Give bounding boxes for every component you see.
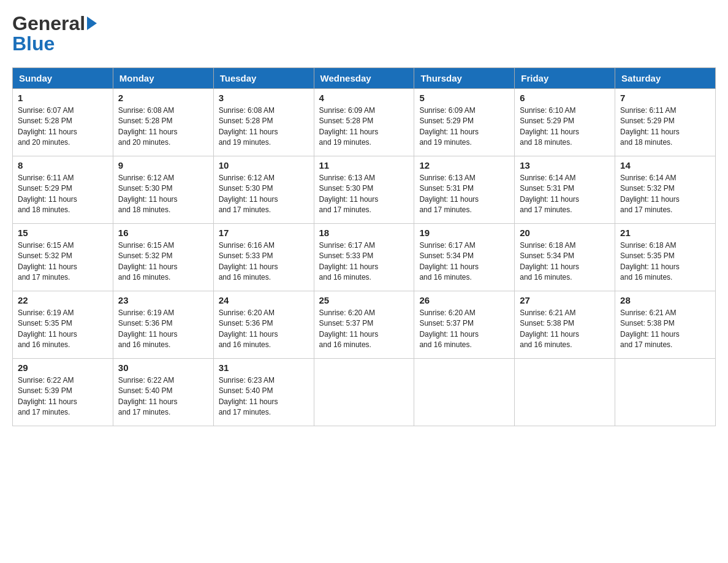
day-number: 28 [620,295,710,305]
day-number: 10 [219,160,309,170]
cell-info: Sunrise: 6:14 AMSunset: 5:32 PMDaylight:… [620,174,680,214]
day-number: 17 [219,228,309,238]
cell-info: Sunrise: 6:23 AMSunset: 5:40 PMDaylight:… [219,376,278,416]
calendar-cell: 1 Sunrise: 6:07 AMSunset: 5:28 PMDayligh… [13,89,113,156]
calendar-cell: 30 Sunrise: 6:22 AMSunset: 5:40 PMDaylig… [113,359,213,426]
cell-info: Sunrise: 6:14 AMSunset: 5:31 PMDaylight:… [520,174,579,214]
calendar-cell: 15 Sunrise: 6:15 AMSunset: 5:32 PMDaylig… [13,224,113,291]
day-number: 3 [219,93,309,103]
cell-info: Sunrise: 6:17 AMSunset: 5:33 PMDaylight:… [319,241,379,282]
calendar-table: SundayMondayTuesdayWednesdayThursdayFrid… [12,67,716,426]
calendar-cell: 6 Sunrise: 6:10 AMSunset: 5:29 PMDayligh… [515,89,615,156]
day-number: 16 [118,228,208,238]
cell-info: Sunrise: 6:11 AMSunset: 5:29 PMDaylight:… [18,174,77,214]
day-number: 21 [620,228,710,238]
calendar-cell: 28 Sunrise: 6:21 AMSunset: 5:38 PMDaylig… [615,291,716,359]
calendar-week-row: 1 Sunrise: 6:07 AMSunset: 5:28 PMDayligh… [13,89,716,156]
cell-info: Sunrise: 6:21 AMSunset: 5:38 PMDaylight:… [520,308,579,349]
cell-info: Sunrise: 6:20 AMSunset: 5:36 PMDaylight:… [219,308,278,349]
cell-info: Sunrise: 6:19 AMSunset: 5:35 PMDaylight:… [18,308,77,349]
calendar-cell: 29 Sunrise: 6:22 AMSunset: 5:39 PMDaylig… [13,359,113,426]
day-number: 14 [620,160,710,170]
cell-info: Sunrise: 6:12 AMSunset: 5:30 PMDaylight:… [118,174,178,214]
cell-info: Sunrise: 6:12 AMSunset: 5:30 PMDaylight:… [219,174,278,214]
calendar-cell: 9 Sunrise: 6:12 AMSunset: 5:30 PMDayligh… [113,156,213,224]
logo: General Blue [12,12,97,55]
day-number: 8 [18,160,108,170]
calendar-cell [515,359,615,426]
cell-info: Sunrise: 6:15 AMSunset: 5:32 PMDaylight:… [118,241,178,282]
calendar-cell: 31 Sunrise: 6:23 AMSunset: 5:40 PMDaylig… [213,359,314,426]
cell-info: Sunrise: 6:17 AMSunset: 5:34 PMDaylight:… [419,241,479,282]
day-number: 5 [419,93,509,103]
cell-info: Sunrise: 6:16 AMSunset: 5:33 PMDaylight:… [219,241,278,282]
cell-info: Sunrise: 6:15 AMSunset: 5:32 PMDaylight:… [18,241,77,282]
cell-info: Sunrise: 6:07 AMSunset: 5:28 PMDaylight:… [18,106,77,147]
calendar-cell: 2 Sunrise: 6:08 AMSunset: 5:28 PMDayligh… [113,89,213,156]
cell-info: Sunrise: 6:22 AMSunset: 5:39 PMDaylight:… [18,376,77,416]
day-number: 30 [118,362,208,373]
calendar-cell: 4 Sunrise: 6:09 AMSunset: 5:28 PMDayligh… [314,89,414,156]
cell-info: Sunrise: 6:20 AMSunset: 5:37 PMDaylight:… [319,308,379,349]
calendar-cell: 21 Sunrise: 6:18 AMSunset: 5:35 PMDaylig… [615,224,716,291]
day-number: 11 [319,160,409,170]
day-number: 1 [18,93,108,103]
logo-line1: General [12,12,97,35]
cell-info: Sunrise: 6:13 AMSunset: 5:30 PMDaylight:… [319,174,379,214]
weekday-header-saturday: Saturday [615,68,716,89]
day-number: 15 [18,228,108,238]
calendar-cell: 26 Sunrise: 6:20 AMSunset: 5:37 PMDaylig… [414,291,515,359]
calendar-cell: 23 Sunrise: 6:19 AMSunset: 5:36 PMDaylig… [113,291,213,359]
day-number: 24 [219,295,309,305]
day-number: 31 [219,362,309,373]
cell-info: Sunrise: 6:08 AMSunset: 5:28 PMDaylight:… [118,106,178,147]
cell-info: Sunrise: 6:21 AMSunset: 5:38 PMDaylight:… [620,308,680,349]
weekday-header-sunday: Sunday [13,68,113,89]
weekday-header-row: SundayMondayTuesdayWednesdayThursdayFrid… [13,68,716,89]
day-number: 4 [319,93,409,103]
cell-info: Sunrise: 6:19 AMSunset: 5:36 PMDaylight:… [118,308,178,349]
day-number: 26 [419,295,509,305]
calendar-cell: 17 Sunrise: 6:16 AMSunset: 5:33 PMDaylig… [213,224,314,291]
calendar-cell: 12 Sunrise: 6:13 AMSunset: 5:31 PMDaylig… [414,156,515,224]
weekday-header-wednesday: Wednesday [314,68,414,89]
calendar-cell [615,359,716,426]
day-number: 29 [18,362,108,373]
calendar-cell: 27 Sunrise: 6:21 AMSunset: 5:38 PMDaylig… [515,291,615,359]
weekday-header-thursday: Thursday [414,68,515,89]
day-number: 12 [419,160,509,170]
calendar-cell: 14 Sunrise: 6:14 AMSunset: 5:32 PMDaylig… [615,156,716,224]
day-number: 27 [520,295,610,305]
weekday-header-friday: Friday [515,68,615,89]
calendar-cell: 3 Sunrise: 6:08 AMSunset: 5:28 PMDayligh… [213,89,314,156]
calendar-cell: 8 Sunrise: 6:11 AMSunset: 5:29 PMDayligh… [13,156,113,224]
calendar-cell: 5 Sunrise: 6:09 AMSunset: 5:29 PMDayligh… [414,89,515,156]
cell-info: Sunrise: 6:20 AMSunset: 5:37 PMDaylight:… [419,308,479,349]
calendar-week-row: 22 Sunrise: 6:19 AMSunset: 5:35 PMDaylig… [13,291,716,359]
calendar-cell: 18 Sunrise: 6:17 AMSunset: 5:33 PMDaylig… [314,224,414,291]
day-number: 6 [520,93,610,103]
day-number: 22 [18,295,108,305]
calendar-cell: 10 Sunrise: 6:12 AMSunset: 5:30 PMDaylig… [213,156,314,224]
calendar-cell: 11 Sunrise: 6:13 AMSunset: 5:30 PMDaylig… [314,156,414,224]
calendar-cell [314,359,414,426]
day-number: 2 [118,93,208,103]
calendar-cell: 25 Sunrise: 6:20 AMSunset: 5:37 PMDaylig… [314,291,414,359]
cell-info: Sunrise: 6:22 AMSunset: 5:40 PMDaylight:… [118,376,178,416]
page-header: General Blue [12,12,716,55]
cell-info: Sunrise: 6:11 AMSunset: 5:29 PMDaylight:… [620,106,680,147]
cell-info: Sunrise: 6:09 AMSunset: 5:28 PMDaylight:… [319,106,379,147]
logo-arrow-icon [87,17,97,30]
cell-info: Sunrise: 6:13 AMSunset: 5:31 PMDaylight:… [419,174,479,214]
weekday-header-monday: Monday [113,68,213,89]
day-number: 25 [319,295,409,305]
calendar-week-row: 15 Sunrise: 6:15 AMSunset: 5:32 PMDaylig… [13,224,716,291]
day-number: 19 [419,228,509,238]
day-number: 9 [118,160,208,170]
logo-general-text: General [12,12,85,35]
calendar-cell: 22 Sunrise: 6:19 AMSunset: 5:35 PMDaylig… [13,291,113,359]
calendar-cell: 19 Sunrise: 6:17 AMSunset: 5:34 PMDaylig… [414,224,515,291]
logo-blue-text: Blue [12,33,55,55]
cell-info: Sunrise: 6:09 AMSunset: 5:29 PMDaylight:… [419,106,479,147]
day-number: 18 [319,228,409,238]
